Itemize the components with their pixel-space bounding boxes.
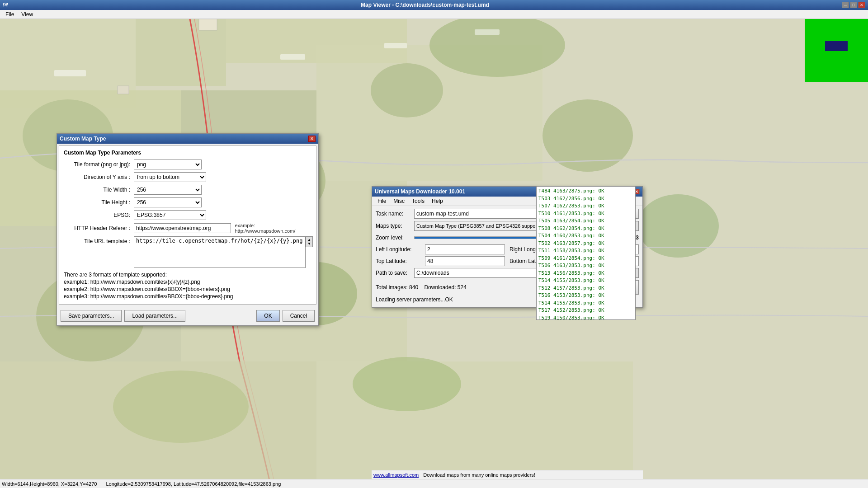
log-entry: T504 4160/2853.png: OK bbox=[538, 232, 633, 240]
http-referer-label: HTTP Header Referer : bbox=[64, 225, 134, 231]
total-images-value: 840 bbox=[409, 284, 418, 291]
svg-point-26 bbox=[113, 371, 249, 443]
umd-title: Universal Maps Downloader 10.001 bbox=[375, 188, 465, 195]
direction-y-label: Direction of Y axis : bbox=[64, 174, 134, 180]
tile-url-textarea[interactable]: https://tile-c.openstreetmap.fr/hot/{z}/… bbox=[134, 236, 306, 268]
tile-url-row: Tile URL template : https://tile-c.opens… bbox=[64, 236, 311, 268]
app-icon: 🗺 bbox=[3, 2, 8, 8]
status-coordinates: Longitude=2.5309753417698, Latitude=47.5… bbox=[106, 481, 866, 487]
http-referer-control: example: http://www.mapsdown.com/ bbox=[134, 223, 311, 234]
direction-y-control: from up to bottom from bottom to up bbox=[134, 172, 311, 182]
menu-view[interactable]: View bbox=[18, 10, 37, 19]
umd-website-link[interactable]: www.allmapsoft.com bbox=[373, 472, 419, 478]
tile-height-label: Tile Height : bbox=[64, 199, 134, 206]
log-entry: T514 4155/2853.png: OK bbox=[538, 277, 633, 285]
tile-width-control: 256 512 bbox=[134, 185, 311, 195]
umd-website-desc: Download maps from many online maps prov… bbox=[423, 472, 535, 478]
svg-point-17 bbox=[637, 194, 719, 258]
umd-menu-misc[interactable]: Misc bbox=[390, 197, 408, 205]
footer-right: OK Cancel bbox=[256, 310, 315, 322]
template-info: There are 3 formats of template supporte… bbox=[64, 272, 311, 278]
thumbnail-viewport-indicator bbox=[825, 41, 848, 51]
tile-format-label: Tile format (png or jpg): bbox=[64, 161, 134, 168]
zoom-slider-fill bbox=[415, 237, 547, 239]
direction-y-row: Direction of Y axis : from up to bottom … bbox=[64, 172, 311, 182]
dialog-body: Custom Map Type Parameters Tile format (… bbox=[59, 145, 316, 305]
map-thumbnail-panel bbox=[805, 10, 868, 82]
umd-menu-help[interactable]: Help bbox=[428, 197, 447, 205]
http-referer-row: HTTP Header Referer : example: http://ww… bbox=[64, 223, 311, 234]
top-lat-input[interactable] bbox=[425, 256, 505, 266]
top-lat-label: Top Latitude: bbox=[376, 258, 423, 264]
log-entry: T507 4162/2853.png: OK bbox=[538, 202, 633, 210]
umd-menu-tools[interactable]: Tools bbox=[408, 197, 428, 205]
epsg-control: EPSG:3857 EPSG:4326 bbox=[134, 210, 311, 220]
title-bar: 🗺 Map Viewer - C:\downloads\custom-map-t… bbox=[0, 0, 868, 10]
svg-point-11 bbox=[371, 63, 443, 117]
svg-rect-20 bbox=[54, 70, 86, 76]
tile-format-select[interactable]: png jpg bbox=[134, 160, 202, 169]
log-entry: T513 4156/2853.png: OK bbox=[538, 270, 633, 277]
log-entries: T484 4163/2875.png: OKT503 4162/2856.png… bbox=[537, 187, 635, 320]
ok-button[interactable]: OK bbox=[256, 310, 279, 322]
log-entry: T506 4163/2853.png: OK bbox=[538, 262, 633, 270]
svg-rect-21 bbox=[280, 54, 305, 60]
epsg-select[interactable]: EPSG:3857 EPSG:4326 bbox=[134, 210, 206, 220]
footer-left: Save parameters... Load parameters... bbox=[61, 310, 253, 322]
log-entry: T502 4163/2857.png: OK bbox=[538, 240, 633, 248]
direction-y-select[interactable]: from up to bottom from bottom to up bbox=[134, 172, 206, 182]
tile-width-select[interactable]: 256 512 bbox=[134, 185, 202, 195]
tile-height-select[interactable]: 256 512 bbox=[134, 197, 202, 207]
tile-url-scrollbar[interactable]: ▲ ▼ bbox=[306, 236, 313, 247]
menu-bar: File View bbox=[0, 10, 868, 19]
log-entry: T519 4150/2853.png: OK bbox=[538, 314, 633, 320]
left-lon-input[interactable] bbox=[425, 244, 505, 254]
log-entry: T508 4162/2854.png: OK bbox=[538, 225, 633, 233]
top-lat-item: Top Latitude: bbox=[376, 256, 505, 266]
task-name-label: Task name: bbox=[376, 211, 414, 217]
dialog-titlebar: Custom Map Type ✕ bbox=[57, 134, 318, 144]
umd-menu-file[interactable]: File bbox=[374, 197, 390, 205]
template-examples: There are 3 formats of template supporte… bbox=[64, 272, 311, 300]
downloaded-value: 524 bbox=[458, 284, 467, 291]
dialog-close-button[interactable]: ✕ bbox=[308, 136, 316, 142]
http-referer-example: example: http://www.mapsdown.com/ bbox=[235, 223, 311, 234]
save-parameters-button[interactable]: Save parameters... bbox=[61, 310, 122, 322]
svg-point-12 bbox=[429, 14, 565, 77]
maximize-button[interactable]: □ bbox=[850, 2, 857, 8]
log-entry: T503 4162/2856.png: OK bbox=[538, 195, 633, 203]
stats-info: Total images: 840 Downloaded: 524 bbox=[376, 284, 467, 291]
svg-point-27 bbox=[353, 357, 461, 411]
http-referer-input[interactable] bbox=[134, 223, 231, 233]
custom-map-type-dialog: Custom Map Type ✕ Custom Map Type Parame… bbox=[57, 133, 319, 326]
log-entry: T512 4157/2853.png: OK bbox=[538, 285, 633, 292]
left-lon-label: Left Longitude: bbox=[376, 246, 423, 253]
title-bar-controls: ─ □ ✕ bbox=[842, 2, 865, 8]
dialog-section-title: Custom Map Type Parameters bbox=[64, 150, 311, 156]
example2: example2: http://www.mapsdown.com/tiles/… bbox=[64, 286, 311, 292]
maps-type-label: Maps type: bbox=[376, 223, 414, 229]
log-entry: T516 4153/2853.png: OK bbox=[538, 292, 633, 300]
example1: example1: http://www.mapsdown.com/tiles/… bbox=[64, 279, 311, 285]
log-entry: T509 4161/2854.png: OK bbox=[538, 255, 633, 263]
log-panel: T484 4163/2875.png: OKT503 4162/2856.png… bbox=[536, 186, 636, 320]
menu-file[interactable]: File bbox=[2, 10, 18, 19]
status-bar: Width=6144,Height=8960, X=3224,Y=4270 Lo… bbox=[0, 479, 868, 488]
load-parameters-button[interactable]: Load parameters... bbox=[124, 310, 185, 322]
window-title: Map Viewer - C:\downloads\custom-map-tes… bbox=[361, 2, 489, 8]
tile-width-row: Tile Width : 256 512 bbox=[64, 185, 311, 195]
svg-rect-18 bbox=[199, 19, 217, 30]
total-images-label: Total images: bbox=[376, 284, 409, 291]
svg-rect-23 bbox=[475, 29, 500, 35]
log-entry: T510 4161/2853.png: OK bbox=[538, 210, 633, 218]
tile-url-control: https://tile-c.openstreetmap.fr/hot/{z}/… bbox=[134, 236, 313, 268]
dialog-footer: Save parameters... Load parameters... OK… bbox=[57, 306, 318, 325]
cancel-button[interactable]: Cancel bbox=[283, 310, 315, 322]
close-button[interactable]: ✕ bbox=[858, 2, 865, 8]
minimize-button[interactable]: ─ bbox=[842, 2, 849, 8]
dialog-title: Custom Map Type bbox=[60, 136, 106, 142]
status-dimensions: Width=6144,Height=8960, X=3224,Y=4270 bbox=[2, 481, 97, 487]
downloaded-label: Downloaded: bbox=[420, 284, 457, 291]
tile-width-label: Tile Width : bbox=[64, 187, 134, 193]
tile-format-control: png jpg bbox=[134, 160, 311, 169]
